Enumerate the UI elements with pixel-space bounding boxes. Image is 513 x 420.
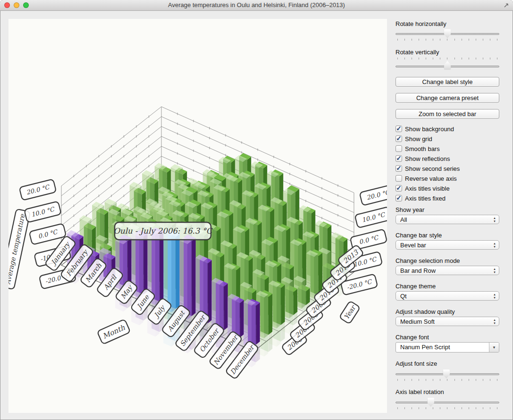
checkbox-axis-titles-fixed[interactable]: ✓ Axis titles fixed xyxy=(395,194,446,202)
checkbox-show-reflections[interactable]: ✓ Show reflections xyxy=(395,155,450,162)
tick-mark xyxy=(462,58,462,59)
checkbox-box[interactable]: ✓ xyxy=(395,155,402,162)
checkbox-smooth-bars[interactable]: Smooth bars xyxy=(395,145,440,152)
checkbox-show-grid[interactable]: ✓ Show grid xyxy=(395,135,432,143)
checkbox-box[interactable] xyxy=(395,175,402,182)
tick-mark xyxy=(397,407,398,409)
tick-mark xyxy=(419,58,419,59)
tick-mark xyxy=(462,407,462,409)
tick-mark xyxy=(426,379,426,381)
tick-mark xyxy=(404,379,405,381)
tick-mark xyxy=(454,39,455,41)
change-camera-preset-button[interactable]: Change camera preset xyxy=(395,93,499,103)
tick-mark xyxy=(419,379,419,381)
adjust-shadow-quality-label: Adjust shadow quality xyxy=(395,308,499,315)
value-tick-label: 0.0 °C xyxy=(29,223,67,244)
tick-mark xyxy=(476,407,476,409)
rotate-horizontal-slider[interactable] xyxy=(395,28,499,42)
selection-mode-select[interactable]: Bar and Row ▲▼ xyxy=(395,266,499,275)
shadow-quality-select[interactable]: Medium Soft ▲▼ xyxy=(395,317,499,326)
zoom-to-selected-bar-button[interactable]: Zoom to selected bar xyxy=(395,109,499,119)
tick-mark xyxy=(412,58,412,59)
slider-ticks xyxy=(397,58,497,59)
tick-mark xyxy=(404,58,405,59)
select-value: Bevel bar xyxy=(400,242,426,249)
slider-thumb[interactable] xyxy=(427,398,434,407)
selection-tooltip: Oulu - July 2006: 16.3 °C xyxy=(114,222,213,240)
axis-label-rotation-slider[interactable] xyxy=(395,397,499,411)
select-value: Nanum Pen Script xyxy=(400,344,450,351)
checkbox-box[interactable]: ✓ xyxy=(395,126,402,132)
checkbox-show-second-series[interactable]: ✓ Show second series xyxy=(395,165,460,172)
font-select[interactable]: Nanum Pen Script ▼ xyxy=(395,342,499,353)
slider-groove xyxy=(395,402,499,403)
tick-mark xyxy=(433,39,433,41)
chart-panel[interactable]: Average temperature20.0 °C10.0 °C0.0 °C-… xyxy=(8,19,387,413)
checkbox-label: Show second series xyxy=(405,165,460,172)
font-size-slider[interactable] xyxy=(395,369,499,383)
tick-mark xyxy=(447,379,447,381)
tick-mark xyxy=(454,407,455,409)
tick-mark xyxy=(397,379,398,381)
value-tick-label: 20.0 °C xyxy=(19,179,57,200)
adjust-font-size-label: Adjust font size xyxy=(395,360,499,367)
tick-mark xyxy=(497,39,497,41)
stepper-arrows-icon: ▲▼ xyxy=(493,293,496,300)
tick-mark xyxy=(483,379,483,381)
slider-thumb[interactable] xyxy=(444,29,451,38)
tick-mark xyxy=(412,39,412,41)
tick-mark xyxy=(433,58,433,59)
slider-ticks xyxy=(397,379,497,381)
tick-mark xyxy=(469,58,469,59)
tick-mark xyxy=(440,58,440,59)
select-value: Bar and Row xyxy=(400,267,436,275)
tick-mark xyxy=(490,407,490,409)
checkbox-label: Reverse value axis xyxy=(405,175,457,182)
tick-mark xyxy=(433,407,433,409)
tick-mark xyxy=(419,407,419,409)
tick-mark xyxy=(440,39,440,41)
value-tick-label: 10.0 °C xyxy=(355,207,387,228)
stepper-arrows-icon: ▲▼ xyxy=(493,319,496,325)
tick-mark xyxy=(440,379,440,381)
slider-thumb[interactable] xyxy=(444,61,451,70)
checkbox-box[interactable]: ✓ xyxy=(395,185,402,192)
rotate-vertical-slider[interactable] xyxy=(395,57,499,71)
show-year-select[interactable]: All ▲▼ xyxy=(395,215,499,224)
tick-mark xyxy=(404,407,405,409)
stepper-arrows-icon: ▲▼ xyxy=(493,268,496,274)
checkbox-box[interactable]: ✓ xyxy=(395,135,402,142)
tick-mark xyxy=(412,379,412,381)
checkbox-box[interactable] xyxy=(395,145,402,152)
checkbox-label: Smooth bars xyxy=(405,145,440,152)
change-bar-style-label: Change bar style xyxy=(395,232,499,239)
tick-mark xyxy=(497,407,497,409)
change-font-label: Change font xyxy=(395,334,499,341)
dropdown-arrow-icon[interactable]: ▼ xyxy=(489,343,499,352)
checkbox-box[interactable]: ✓ xyxy=(395,165,402,172)
checkbox-axis-titles-visible[interactable]: ✓ Axis titles visible xyxy=(395,185,450,192)
tick-mark xyxy=(447,39,447,41)
checkbox-box[interactable]: ✓ xyxy=(395,195,402,202)
slider-thumb[interactable] xyxy=(443,370,450,378)
svg-text:Oulu - July 2006: 16.3 °C: Oulu - July 2006: 16.3 °C xyxy=(114,227,213,235)
month-axis-title: Month xyxy=(97,319,131,344)
checkbox-reverse-value-axis[interactable]: Reverse value axis xyxy=(395,175,457,182)
tick-mark xyxy=(476,379,476,381)
show-year-label: Show year xyxy=(395,206,499,213)
tick-mark xyxy=(454,58,455,59)
bar-chart-3d[interactable]: Average temperature20.0 °C10.0 °C0.0 °C-… xyxy=(8,19,387,413)
bar-style-select[interactable]: Bevel bar ▲▼ xyxy=(395,240,499,250)
change-theme-label: Change theme xyxy=(395,283,499,290)
window-resize-icon[interactable] xyxy=(504,2,509,8)
tick-mark xyxy=(497,58,497,59)
theme-select[interactable]: Qt ▲▼ xyxy=(395,291,499,301)
tick-mark xyxy=(447,58,447,59)
rotate-horizontal-label: Rotate horizontally xyxy=(395,20,499,27)
change-label-style-button[interactable]: Change label style xyxy=(395,77,499,87)
tick-mark xyxy=(447,407,447,409)
checkbox-show-background[interactable]: ✓ Show background xyxy=(395,125,454,133)
select-value: Medium Soft xyxy=(400,318,435,326)
checkbox-label: Axis titles visible xyxy=(405,185,450,192)
tick-mark xyxy=(426,407,426,409)
